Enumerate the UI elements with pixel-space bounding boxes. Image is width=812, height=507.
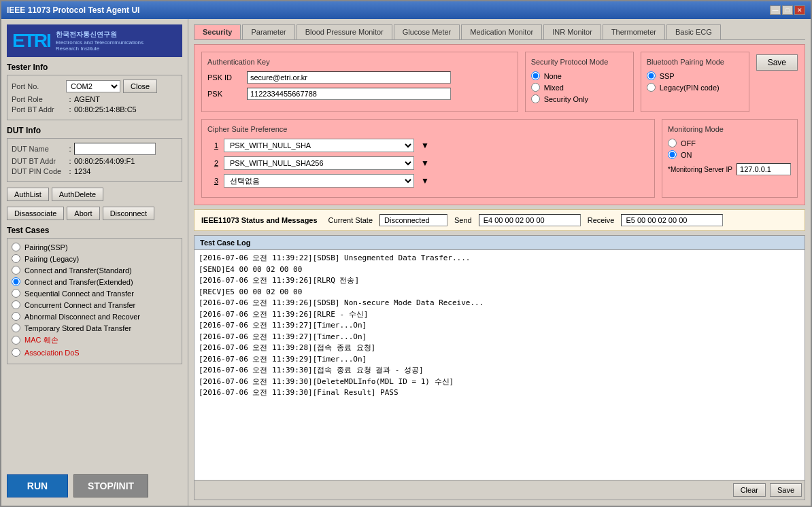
status-bar: IEEE11073 Status and Messages Current St… <box>194 209 805 231</box>
tab-blood-pressure[interactable]: Blood Pressure Monitor <box>297 24 392 39</box>
tab-glucose[interactable]: Glucose Meter <box>394 24 460 39</box>
tester-info-section: Tester Info Port No. COM2 COM1 COM3 Clos… <box>7 63 182 120</box>
log-buttons: Clear Save <box>194 480 805 500</box>
right-panel: Security Parameter Blood Pressure Monito… <box>188 19 811 506</box>
test-cases-title: Test Cases <box>7 226 182 235</box>
bluetooth-legacy-radio[interactable] <box>647 83 656 92</box>
log-save-button[interactable]: Save <box>770 483 802 497</box>
test-case-radio-3[interactable] <box>12 277 20 286</box>
sidebar: ETRI 한국전자통신연구원 Electronics and Telecommu… <box>1 19 188 506</box>
port-role-row: Port Role : AGENT <box>12 95 177 103</box>
cipher-select-3[interactable]: 선택없음 PSK_WITH_NULL_SHA PSK_WITH_NULL_SHA… <box>224 174 414 188</box>
test-case-radio-9[interactable] <box>12 348 20 357</box>
abort-button[interactable]: Abort <box>67 207 99 220</box>
log-content[interactable]: [2016-07-06 오전 11:39:22][SDSB] Unsegment… <box>194 250 805 480</box>
run-button[interactable]: RUN <box>7 474 68 497</box>
send-value: E4 00 00 02 00 00 <box>479 214 581 226</box>
test-case-radio-4[interactable] <box>12 289 20 298</box>
bluetooth-ssp-radio[interactable] <box>647 71 656 80</box>
monitoring-off-radio[interactable] <box>668 139 677 147</box>
protocol-mixed-row: Mixed <box>531 83 628 92</box>
receive-label: Receive <box>588 216 615 224</box>
auth-key-box: Authentication Key PSK ID PSK <box>201 52 518 112</box>
logo-text: 한국전자통신연구원 Electronics and Telecommunicat… <box>56 30 143 52</box>
dut-info-title: DUT Info <box>7 126 182 135</box>
protocol-none-radio[interactable] <box>531 71 540 80</box>
dut-info-section: DUT Info DUT Name : DUT BT Addr : 00:80:… <box>7 126 182 182</box>
close-port-button[interactable]: Close <box>123 80 157 93</box>
test-cases-box: Pairing(SSP) Pairing (Legacy) Connect an… <box>7 238 182 364</box>
cipher-suite-box: Cipher Suite Preference 1 PSK_WITH_NULL_… <box>201 119 655 198</box>
titlebar-controls: — □ ✕ <box>770 5 805 15</box>
test-case-radio-7[interactable] <box>12 324 20 332</box>
dut-bt-value: 00:80:25:44:09:F1 <box>74 157 135 165</box>
log-entry: [2016-07-06 오전 11:39:26][RLRQ 전송] <box>199 275 800 287</box>
list-item: Connect and Transfer(Extended) <box>12 277 177 286</box>
cipher-select-1[interactable]: PSK_WITH_NULL_SHA PSK_WITH_NULL_SHA256 선… <box>224 139 414 152</box>
security-save-button[interactable]: Save <box>756 54 798 71</box>
list-item: Association DoS <box>12 348 177 357</box>
disconnect-button[interactable]: Disconnect <box>103 207 154 220</box>
auth-delete-button[interactable]: AuthDelete <box>52 188 103 201</box>
protocol-security-only-radio[interactable] <box>531 94 540 103</box>
tab-medication[interactable]: Medication Monitor <box>461 24 542 39</box>
tab-parameter[interactable]: Parameter <box>242 24 294 39</box>
logo-area: ETRI 한국전자통신연구원 Electronics and Telecommu… <box>7 24 182 57</box>
psk-input[interactable] <box>247 88 451 100</box>
cipher-select-2[interactable]: PSK_WITH_NULL_SHA256 PSK_WITH_NULL_SHA 선… <box>224 156 414 170</box>
log-entry: [2016-07-06 오전 11:39:26][SDSB] Non-secur… <box>199 298 800 309</box>
psk-label: PSK <box>207 90 241 98</box>
maximize-button[interactable]: □ <box>782 5 793 15</box>
test-case-radio-1[interactable] <box>12 254 20 263</box>
monitoring-off-row: OFF <box>668 139 792 147</box>
port-no-row: Port No. COM2 COM1 COM3 Close <box>12 80 177 93</box>
tester-info-box: Port No. COM2 COM1 COM3 Close Port Role … <box>7 75 182 120</box>
test-case-radio-0[interactable] <box>12 243 20 251</box>
main-window: IEEE 11073 Protocol Test Agent UI — □ ✕ … <box>0 0 812 507</box>
security-panel: Authentication Key PSK ID PSK Security P… <box>194 44 805 205</box>
minimize-button[interactable]: — <box>770 5 781 15</box>
tab-basic-ecg[interactable]: Basic ECG <box>666 24 721 39</box>
tab-thermometer[interactable]: Thermometer <box>603 24 665 39</box>
port-no-select[interactable]: COM2 COM1 COM3 <box>66 80 120 92</box>
security-top-row: Authentication Key PSK ID PSK Security P… <box>201 52 798 112</box>
dut-name-input[interactable] <box>74 143 156 155</box>
log-entry: [2016-07-06 오전 11:39:30][DeleteMDLInfo(M… <box>199 377 800 388</box>
list-item: Concurrent Connect and Transfer <box>12 300 177 309</box>
cipher-row-1: 1 PSK_WITH_NULL_SHA PSK_WITH_NULL_SHA256… <box>207 139 649 152</box>
log-panel: Test Case Log [2016-07-06 오전 11:39:22][S… <box>194 235 805 500</box>
tab-security[interactable]: Security <box>194 24 241 39</box>
list-item: Connect and Transfer(Standard) <box>12 266 177 275</box>
status-section-title: IEEE11073 Status and Messages <box>201 216 318 224</box>
monitoring-on-radio[interactable] <box>668 150 677 159</box>
clear-button[interactable]: Clear <box>733 483 766 497</box>
port-bt-label: Port BT Addr <box>12 105 66 113</box>
dut-pin-label: DUT PIN Code <box>12 167 66 175</box>
psk-id-input[interactable] <box>247 71 451 84</box>
receive-value: E5 00 00 02 00 00 <box>621 214 723 226</box>
test-case-radio-8[interactable] <box>12 336 20 345</box>
tab-inr[interactable]: INR Monitor <box>543 24 601 39</box>
protocol-mixed-radio[interactable] <box>531 83 540 92</box>
test-case-radio-2[interactable] <box>12 266 20 275</box>
monitoring-ip-input[interactable] <box>737 163 791 175</box>
monitoring-ip-label: *Monitoring Server IP <box>668 166 732 173</box>
monitoring-ip-row: *Monitoring Server IP <box>668 163 792 175</box>
test-case-radio-6[interactable] <box>12 312 20 321</box>
list-item: Abnormal Disconnect and Recover <box>12 312 177 321</box>
close-button[interactable]: ✕ <box>794 5 805 15</box>
test-cases-section: Test Cases Pairing(SSP) Pairing (Legacy)… <box>7 226 182 464</box>
cipher-dropdown-icon-2: ▼ <box>421 158 429 168</box>
stop-init-button[interactable]: STOP/INIT <box>73 474 148 497</box>
tester-info-title: Tester Info <box>7 63 182 72</box>
test-case-radio-5[interactable] <box>12 300 20 309</box>
send-label: Send <box>454 216 472 224</box>
disassociate-button[interactable]: Disassociate <box>7 207 64 220</box>
titlebar: IEEE 11073 Protocol Test Agent UI — □ ✕ <box>1 1 811 19</box>
dut-bt-label: DUT BT Addr <box>12 157 66 165</box>
port-role-value: AGENT <box>74 95 100 103</box>
port-bt-value: 00:80:25:14:8B:C5 <box>74 105 137 113</box>
auth-list-button[interactable]: AuthList <box>7 188 49 201</box>
bottom-buttons: RUN STOP/INIT <box>7 469 182 500</box>
log-entry: [2016-07-06 오전 11:39:26][RLRE - 수신] <box>199 309 800 321</box>
